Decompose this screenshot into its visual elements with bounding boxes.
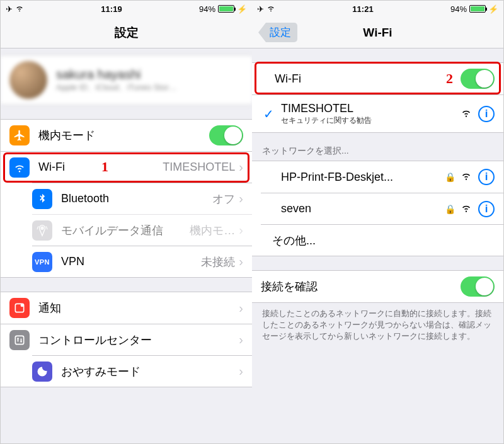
- wifi-value: TIMESHOTEL: [163, 161, 235, 174]
- vpn-value: 未接続: [201, 254, 235, 270]
- row-ask-to-join[interactable]: 接続を確認: [252, 271, 503, 302]
- lock-icon: 🔒: [445, 172, 455, 182]
- page-title: 設定: [115, 25, 139, 41]
- row-bluetooth[interactable]: Bluetooth オフ ›: [32, 183, 252, 214]
- wifi-signal-icon: [461, 202, 472, 216]
- chevron-right-icon: ›: [239, 364, 243, 379]
- row-network[interactable]: HP-Print-FB-Deskjet... 🔒 i: [252, 161, 503, 193]
- airplane-icon: ✈: [6, 4, 13, 14]
- svg-point-2: [21, 304, 24, 307]
- lock-icon: 🔒: [445, 204, 455, 214]
- section-choose-network: ネットワークを選択...: [252, 133, 503, 161]
- settings-screen: ✈ 11:19 94% ⚡ 設定 sakura hayashi Apple ID…: [1, 1, 252, 443]
- wifi-icon: [9, 157, 30, 178]
- label: コントロールセンター: [38, 333, 239, 348]
- ask-label: 接続を確認: [261, 279, 461, 294]
- wifi-label: Wi-Fi: [275, 72, 461, 86]
- row-network[interactable]: seven 🔒 i: [261, 193, 503, 224]
- ask-toggle[interactable]: [461, 276, 495, 297]
- profile-desc: Apple ID、iCloud、iTunes Stor…: [56, 82, 177, 93]
- label: おやすみモード: [61, 364, 239, 379]
- status-time: 11:21: [352, 4, 373, 14]
- wifi-signal-icon: [461, 170, 472, 184]
- profile-name: sakura hayashi: [56, 67, 177, 82]
- cell-value: 機内モ…: [190, 223, 235, 238]
- moon-icon: [32, 361, 52, 382]
- airplane-icon: ✈: [257, 4, 264, 14]
- chevron-right-icon: ›: [239, 223, 243, 237]
- wifi-icon: [15, 4, 24, 14]
- label: 機内モード: [38, 128, 209, 143]
- label: モバイルデータ通信: [61, 223, 190, 238]
- status-bar: ✈ 11:19 94% ⚡: [1, 1, 252, 17]
- wifi-screen: ✈ 11:21 94% ⚡ 設定 Wi-Fi Wi-Fi ✓ TIMESHOTE…: [252, 1, 503, 443]
- svg-point-0: [42, 227, 43, 229]
- row-wifi-toggle[interactable]: Wi-Fi: [252, 63, 503, 94]
- page-title: Wi-Fi: [363, 26, 392, 40]
- wifi-icon: [266, 4, 275, 14]
- info-button[interactable]: i: [478, 106, 495, 122]
- row-vpn[interactable]: VPN VPN 未接続 ›: [32, 246, 252, 277]
- network-name: TIMESHOTEL: [281, 102, 455, 115]
- cellular-icon: [32, 220, 52, 241]
- charging-icon: ⚡: [488, 4, 498, 14]
- battery-pct: 94%: [450, 4, 467, 14]
- row-connected-network[interactable]: ✓ TIMESHOTEL セキュリティに関する勧告 i: [252, 94, 503, 132]
- label: 通知: [38, 300, 239, 316]
- airplane-toggle[interactable]: [209, 125, 243, 145]
- row-notifications[interactable]: 通知 ›: [1, 292, 252, 324]
- label: VPN: [61, 255, 201, 268]
- status-time: 11:19: [101, 4, 122, 14]
- info-button[interactable]: i: [478, 201, 495, 217]
- label: Wi-Fi: [38, 161, 163, 174]
- row-other-network[interactable]: その他...: [261, 224, 503, 256]
- battery-pct: 94%: [199, 4, 215, 14]
- nav-bar: 設定 Wi-Fi: [252, 17, 503, 48]
- control-center-icon: [9, 330, 30, 350]
- vpn-icon: VPN: [32, 252, 52, 272]
- avatar: [9, 61, 47, 99]
- checkmark-icon: ✓: [261, 106, 276, 122]
- row-wifi[interactable]: Wi-Fi TIMESHOTEL ›: [1, 151, 252, 183]
- chevron-right-icon: ›: [239, 254, 243, 269]
- security-warning: セキュリティに関する勧告: [281, 115, 455, 126]
- battery-icon: [218, 5, 234, 13]
- chevron-right-icon: ›: [239, 191, 243, 206]
- battery-icon: [469, 5, 486, 13]
- annotation-2: 2: [446, 71, 453, 87]
- back-button[interactable]: 設定: [258, 23, 297, 42]
- chevron-right-icon: ›: [239, 333, 243, 347]
- row-dnd[interactable]: おやすみモード ›: [32, 355, 252, 387]
- wifi-toggle[interactable]: [461, 69, 495, 89]
- wifi-signal-icon: [461, 107, 472, 121]
- annotation-1: 1: [101, 159, 108, 175]
- row-cellular[interactable]: モバイルデータ通信 機内モ… ›: [32, 214, 252, 246]
- airplane-icon: [9, 125, 30, 145]
- status-bar: ✈ 11:21 94% ⚡: [252, 1, 503, 17]
- bluetooth-icon: [32, 189, 52, 209]
- notifications-icon: [9, 298, 30, 318]
- charging-icon: ⚡: [237, 4, 247, 14]
- other-label: その他...: [272, 233, 495, 248]
- svg-rect-3: [15, 336, 23, 344]
- chevron-right-icon: ›: [239, 160, 243, 174]
- network-name: HP-Print-FB-Deskjet...: [281, 171, 440, 184]
- nav-bar: 設定: [1, 17, 252, 48]
- bt-value: オフ: [212, 191, 235, 207]
- footer-text: 接続したことのあるネットワークに自動的に接続します。接続したことのあるネットワー…: [252, 303, 503, 348]
- network-name: seven: [281, 202, 440, 215]
- row-airplane[interactable]: 機内モード: [1, 120, 252, 151]
- info-button[interactable]: i: [478, 169, 495, 185]
- chevron-right-icon: ›: [239, 301, 243, 316]
- row-control-center[interactable]: コントロールセンター ›: [1, 324, 252, 355]
- profile-row[interactable]: sakura hayashi Apple ID、iCloud、iTunes St…: [1, 55, 252, 105]
- label: Bluetooth: [61, 192, 212, 205]
